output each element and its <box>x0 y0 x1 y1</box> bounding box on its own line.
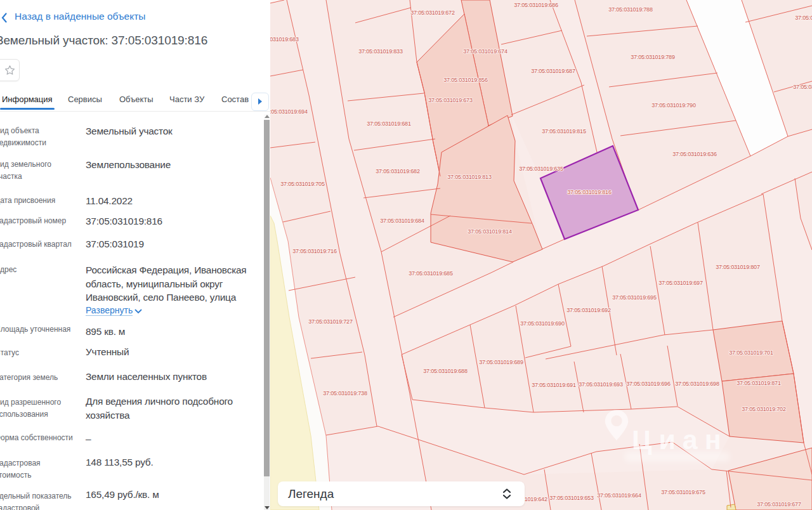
svg-text:37:05:031019:682: 37:05:031019:682 <box>376 168 420 174</box>
svg-text:37:05:031019:790: 37:05:031019:790 <box>652 102 696 108</box>
svg-text:37:05:031019:636: 37:05:031019:636 <box>672 151 717 157</box>
svg-text:37:05:031019:696: 37:05:031019:696 <box>626 381 671 387</box>
svg-text:37:05:031019:675: 37:05:031019:675 <box>661 489 705 495</box>
svg-text:37:05:031019:788: 37:05:031019:788 <box>608 6 653 13</box>
svg-text:37:05:031019:807: 37:05:031019:807 <box>716 264 760 270</box>
svg-text:37:05:031019:672: 37:05:031019:672 <box>410 10 455 16</box>
svg-text:37:05:031019:686: 37:05:031019:686 <box>514 2 558 8</box>
svg-text:37:05:031019:693: 37:05:031019:693 <box>579 381 623 388</box>
svg-text:37:05:031019:698: 37:05:031019:698 <box>675 381 719 387</box>
svg-text:37:05:031019:871: 37:05:031019:871 <box>737 380 781 386</box>
svg-text:37:05:031019:685: 37:05:031019:685 <box>409 270 453 277</box>
svg-text:37:05:031019:814: 37:05:031019:814 <box>468 228 512 235</box>
svg-text:37:05:031019:683: 37:05:031019:683 <box>270 36 299 43</box>
svg-text:37:05:031019:673: 37:05:031019:673 <box>428 97 473 103</box>
svg-text:37:05:031019:644: 37:05:031019:644 <box>793 84 812 90</box>
svg-text:37:05:031019:813: 37:05:031019:813 <box>447 174 492 180</box>
svg-text:37:05:031019:674: 37:05:031019:674 <box>463 48 508 55</box>
svg-text:37:05:031019:816: 37:05:031019:816 <box>567 189 612 195</box>
svg-text:37:05:031019:688: 37:05:031019:688 <box>423 368 468 374</box>
svg-text:37:05:031019:833: 37:05:031019:833 <box>358 48 403 55</box>
svg-text:37:05:031019:687: 37:05:031019:687 <box>531 68 575 74</box>
svg-text:37:05:031019:716: 37:05:031019:716 <box>292 248 337 254</box>
svg-text:37:05:031019:697: 37:05:031019:697 <box>658 280 703 286</box>
svg-text:37:05:031019:727: 37:05:031019:727 <box>308 318 353 325</box>
svg-text:37:05:031019:789: 37:05:031019:789 <box>631 54 675 60</box>
svg-text:37:05:031019:692: 37:05:031019:692 <box>566 307 611 313</box>
svg-text:37:05:031019:695: 37:05:031019:695 <box>612 294 657 301</box>
svg-text:37:05:031019:705: 37:05:031019:705 <box>280 181 325 187</box>
svg-text:37:05:031019:815: 37:05:031019:815 <box>542 128 586 134</box>
svg-text:37:05:031019:676: 37:05:031019:676 <box>795 15 812 21</box>
svg-text:37:05:031019:691: 37:05:031019:691 <box>532 382 576 388</box>
svg-text:37:05:031019:702: 37:05:031019:702 <box>742 406 786 412</box>
svg-text:37:05:031019:856: 37:05:031019:856 <box>443 77 488 83</box>
svg-text:37:05:031019:684: 37:05:031019:684 <box>380 218 424 224</box>
svg-text:37:05:031019:689: 37:05:031019:689 <box>479 359 523 365</box>
svg-text:37:05:031019:677: 37:05:031019:677 <box>757 501 801 507</box>
svg-text:37:05:031019:694: 37:05:031019:694 <box>270 108 308 115</box>
svg-text:37:05:031019:653: 37:05:031019:653 <box>549 495 594 501</box>
svg-text:37:05:031019:664: 37:05:031019:664 <box>597 492 641 499</box>
svg-text:37:05:031019:635: 37:05:031019:635 <box>519 166 563 172</box>
svg-text:37:05:031019:738: 37:05:031019:738 <box>323 390 367 396</box>
svg-text:37:05:031019:681: 37:05:031019:681 <box>367 121 411 127</box>
svg-text:37:05:031019:701: 37:05:031019:701 <box>729 350 773 356</box>
svg-text:37:05:031019:690: 37:05:031019:690 <box>520 320 565 327</box>
